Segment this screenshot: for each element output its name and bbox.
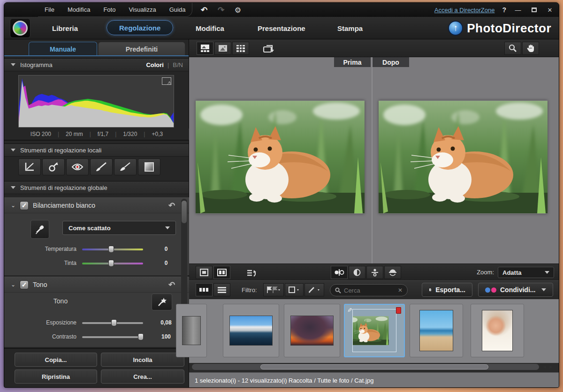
filmstrip-scroll-arrows[interactable]: ◄► bbox=[542, 364, 555, 369]
zoom-dropdown[interactable]: Adatta bbox=[498, 267, 554, 278]
create-button[interactable]: Crea... bbox=[101, 369, 184, 384]
compare-side-by-side-button[interactable] bbox=[331, 266, 348, 279]
tab-presentazione[interactable]: Presentazione bbox=[258, 17, 305, 39]
export-button[interactable]: Esporta... bbox=[422, 283, 472, 297]
reset-white-balance-icon[interactable]: ↷ bbox=[168, 201, 175, 211]
eraser-brush-tool-button[interactable] bbox=[114, 158, 137, 175]
undo-icon[interactable]: ↶ bbox=[199, 5, 209, 15]
filter-label: Filtro: bbox=[242, 286, 257, 294]
menu-file[interactable]: File bbox=[45, 6, 54, 13]
thumbnail-sunset[interactable] bbox=[284, 304, 340, 357]
viewer-single-mode-button[interactable] bbox=[214, 42, 231, 55]
temperature-label: Temperatura bbox=[20, 246, 76, 252]
history-button[interactable] bbox=[243, 267, 260, 280]
local-tools-header[interactable]: Strumenti di regolazione locali bbox=[4, 143, 189, 157]
help-button[interactable]: ? bbox=[502, 6, 506, 14]
app-logo bbox=[10, 18, 30, 38]
tab-regolazione[interactable]: Regolazione bbox=[107, 20, 173, 35]
histogram[interactable] bbox=[18, 75, 174, 128]
reset-button[interactable]: Ripristina bbox=[15, 369, 97, 384]
white-balance-dropper-button[interactable] bbox=[30, 220, 49, 239]
wb-preset-value: Come scattato bbox=[68, 225, 111, 232]
edited-pencil-icon: ✎ bbox=[347, 307, 352, 314]
tab-stampa[interactable]: Stampa bbox=[337, 17, 363, 39]
redo-icon[interactable]: ↷ bbox=[216, 5, 226, 15]
filmstrip-scrollbar[interactable] bbox=[192, 364, 539, 370]
thumbnail-cat-selected[interactable]: ✎ bbox=[344, 304, 405, 357]
compare-split-tb-button[interactable] bbox=[384, 266, 401, 279]
tone-checkbox[interactable]: ✓ bbox=[20, 280, 29, 289]
scrollbar-thumb[interactable] bbox=[260, 364, 488, 369]
global-tools-header[interactable]: Strumenti di regolazione globale bbox=[4, 181, 189, 194]
slider-thumb[interactable] bbox=[138, 333, 144, 340]
tab-modifica[interactable]: Modifica bbox=[196, 17, 224, 39]
thumbnail-view-button[interactable] bbox=[196, 283, 213, 296]
thumbnail-partial[interactable] bbox=[176, 304, 207, 357]
label-filter-button[interactable] bbox=[285, 283, 304, 296]
temperature-slider[interactable] bbox=[82, 249, 143, 250]
flag-filter-button[interactable] bbox=[263, 283, 284, 296]
menu-modifica[interactable]: Modifica bbox=[68, 6, 90, 13]
contrast-slider[interactable] bbox=[82, 336, 143, 338]
compare-view-button[interactable] bbox=[213, 266, 230, 279]
compare-top-bottom-button[interactable] bbox=[366, 266, 383, 279]
compare-split-lr-button[interactable] bbox=[349, 266, 365, 279]
tone-header[interactable]: ⌄ ✓ Tono ↷ bbox=[4, 277, 189, 293]
tab-manuale[interactable]: Manuale bbox=[29, 42, 97, 56]
zoom-value: Adatta bbox=[502, 269, 521, 276]
contrast-label: Contrasto bbox=[20, 333, 76, 340]
tab-predefiniti[interactable]: Predefiniti bbox=[98, 42, 185, 56]
histogram-bw-mode[interactable]: B/N bbox=[173, 61, 183, 68]
menu-visualizza[interactable]: Visualizza bbox=[129, 6, 156, 13]
pan-hand-tool-button[interactable] bbox=[522, 42, 539, 55]
thumbnail-mountain[interactable] bbox=[223, 304, 279, 357]
viewer-grid-mode-button[interactable] bbox=[232, 42, 249, 55]
paste-button[interactable]: Incolla bbox=[101, 353, 184, 367]
after-photo[interactable] bbox=[379, 100, 548, 214]
single-view-button[interactable] bbox=[196, 266, 213, 279]
tab-libreria[interactable]: Libreria bbox=[52, 17, 78, 39]
exposure-slider[interactable] bbox=[82, 322, 143, 324]
before-photo[interactable] bbox=[196, 100, 365, 214]
directorzone-link[interactable]: Accedi a DirectorZone bbox=[434, 7, 495, 14]
thumbnail-beach[interactable] bbox=[410, 304, 463, 357]
minimize-button[interactable]: — bbox=[514, 7, 522, 14]
slider-thumb[interactable] bbox=[108, 260, 114, 267]
close-button[interactable]: ✕ bbox=[546, 7, 554, 14]
white-balance-header[interactable]: ⌄ ✓ Bilanciamento bianco ↷ bbox=[4, 197, 189, 213]
edited-filter-button[interactable] bbox=[304, 283, 324, 296]
copy-button[interactable]: Copia... bbox=[15, 353, 97, 367]
clear-search-icon[interactable]: ✕ bbox=[398, 287, 403, 294]
tone-auto-label: Tono bbox=[32, 297, 89, 305]
menu-foto[interactable]: Foto bbox=[103, 6, 115, 13]
settings-gear-icon[interactable]: ⚙ bbox=[233, 5, 243, 15]
histogram-section-header[interactable]: Istogramma Colori | B/N bbox=[4, 58, 189, 71]
menu-guida[interactable]: Guida bbox=[169, 6, 186, 13]
brush-tool-button[interactable] bbox=[90, 158, 113, 175]
thumbnail-portrait[interactable] bbox=[471, 304, 524, 357]
slider-thumb[interactable] bbox=[108, 246, 114, 253]
viewer-filmstrip-mode-button[interactable] bbox=[197, 42, 213, 55]
auto-tone-wand-button[interactable] bbox=[152, 294, 172, 310]
tone-section: ⌄ ✓ Tono ↷ Tono Esposizione 0,08 Contras… bbox=[4, 277, 189, 347]
clipping-warning-icon[interactable] bbox=[162, 77, 171, 85]
zoom-tool-button[interactable] bbox=[504, 42, 521, 55]
search-input[interactable] bbox=[344, 287, 395, 294]
rotate-photo-button[interactable] bbox=[260, 42, 277, 55]
gradient-tool-button[interactable] bbox=[138, 158, 160, 175]
redeye-tool-button[interactable] bbox=[66, 158, 89, 175]
clone-tool-button[interactable] bbox=[42, 158, 65, 175]
list-view-button[interactable] bbox=[213, 283, 230, 296]
share-button[interactable]: Condividi... bbox=[478, 283, 553, 297]
search-box[interactable]: ✕ bbox=[330, 284, 408, 296]
reset-tone-icon[interactable]: ↷ bbox=[168, 280, 175, 290]
crop-tool-button[interactable] bbox=[18, 158, 41, 175]
scrollbar-thumb[interactable] bbox=[182, 201, 187, 223]
tint-slider[interactable] bbox=[82, 263, 143, 264]
maximize-button[interactable] bbox=[530, 7, 538, 14]
histogram-color-mode[interactable]: Colori bbox=[146, 61, 164, 68]
wb-preset-dropdown[interactable]: Come scattato bbox=[62, 221, 176, 235]
slider-thumb[interactable] bbox=[111, 319, 117, 326]
white-balance-checkbox[interactable]: ✓ bbox=[20, 201, 29, 210]
exif-iso: ISO 200 bbox=[24, 131, 58, 137]
